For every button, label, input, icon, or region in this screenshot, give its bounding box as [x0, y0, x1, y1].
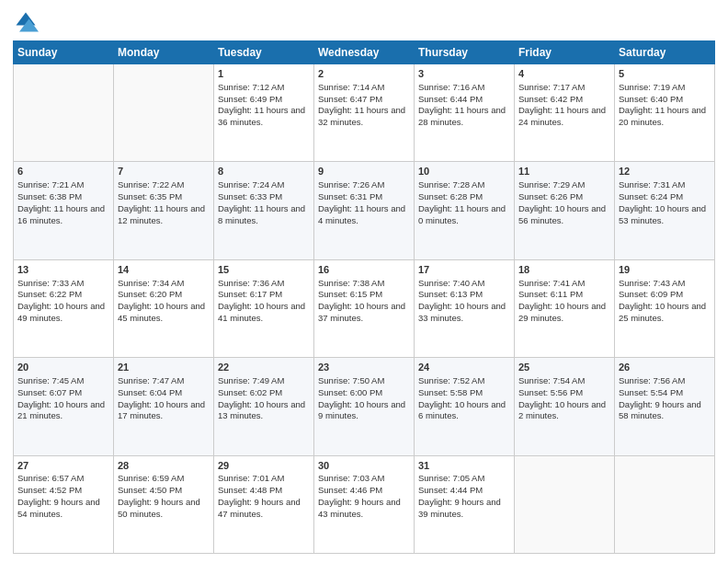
day-number: 16: [318, 263, 410, 277]
day-number: 12: [619, 165, 711, 178]
calendar-cell: 31Sunrise: 7:05 AMSunset: 4:44 PMDayligh…: [415, 455, 515, 553]
sunrise-text: Sunrise: 7:49 AM: [218, 375, 284, 385]
daylight-text: Daylight: 11 hours and 32 minutes.: [318, 105, 405, 127]
calendar-header-friday: Friday: [515, 41, 615, 64]
sunset-text: Sunset: 6:49 PM: [218, 94, 282, 104]
sunrise-text: Sunrise: 7:33 AM: [17, 278, 84, 288]
sunrise-text: Sunrise: 7:17 AM: [518, 82, 585, 92]
sunrise-text: Sunrise: 7:52 AM: [418, 375, 484, 385]
daylight-text: Daylight: 11 hours and 4 minutes.: [318, 203, 405, 225]
day-number: 8: [218, 165, 310, 178]
sunset-text: Sunset: 5:58 PM: [418, 387, 483, 397]
daylight-text: Daylight: 9 hours and 54 minutes.: [17, 497, 100, 519]
calendar-week-row: 20Sunrise: 7:45 AMSunset: 6:07 PMDayligh…: [14, 358, 715, 455]
sunrise-text: Sunrise: 7:24 AM: [218, 179, 284, 190]
day-number: 28: [118, 459, 210, 473]
day-number: 24: [418, 361, 510, 374]
day-number: 18: [518, 263, 610, 277]
sunrise-text: Sunrise: 7:05 AM: [418, 473, 484, 483]
sunset-text: Sunset: 5:54 PM: [619, 387, 683, 397]
daylight-text: Daylight: 9 hours and 50 minutes.: [118, 497, 200, 519]
calendar-cell: 29Sunrise: 7:01 AMSunset: 4:48 PMDayligh…: [214, 455, 314, 553]
daylight-text: Daylight: 11 hours and 28 minutes.: [418, 105, 506, 127]
calendar-cell: 14Sunrise: 7:34 AMSunset: 6:20 PMDayligh…: [114, 259, 214, 357]
calendar-header-row: SundayMondayTuesdayWednesdayThursdayFrid…: [14, 41, 715, 64]
day-number: 26: [619, 361, 711, 374]
sunset-text: Sunset: 6:35 PM: [118, 191, 182, 201]
calendar-cell: [14, 64, 114, 162]
day-number: 19: [619, 263, 711, 277]
header: [13, 9, 715, 35]
calendar-cell: 28Sunrise: 6:59 AMSunset: 4:50 PMDayligh…: [114, 455, 214, 553]
daylight-text: Daylight: 10 hours and 45 minutes.: [118, 301, 205, 323]
calendar-cell: 26Sunrise: 7:56 AMSunset: 5:54 PMDayligh…: [615, 358, 715, 455]
sunset-text: Sunset: 6:24 PM: [619, 191, 683, 201]
day-number: 22: [218, 361, 310, 374]
calendar-week-row: 27Sunrise: 6:57 AMSunset: 4:52 PMDayligh…: [14, 455, 715, 553]
calendar-week-row: 1Sunrise: 7:12 AMSunset: 6:49 PMDaylight…: [14, 64, 715, 162]
day-number: 5: [619, 67, 711, 81]
calendar-cell: 24Sunrise: 7:52 AMSunset: 5:58 PMDayligh…: [415, 358, 515, 455]
daylight-text: Daylight: 10 hours and 17 minutes.: [118, 399, 205, 421]
sunset-text: Sunset: 6:11 PM: [518, 289, 583, 299]
sunset-text: Sunset: 6:07 PM: [17, 387, 82, 397]
day-number: 14: [118, 263, 210, 277]
calendar-header-monday: Monday: [114, 41, 214, 64]
day-number: 11: [518, 165, 610, 178]
sunrise-text: Sunrise: 7:14 AM: [318, 82, 384, 92]
sunset-text: Sunset: 6:17 PM: [218, 289, 282, 299]
sunrise-text: Sunrise: 7:26 AM: [318, 179, 384, 190]
calendar-table: SundayMondayTuesdayWednesdayThursdayFrid…: [13, 40, 715, 554]
day-number: 6: [17, 165, 109, 178]
sunrise-text: Sunrise: 7:21 AM: [17, 179, 84, 190]
calendar-cell: 12Sunrise: 7:31 AMSunset: 6:24 PMDayligh…: [615, 162, 715, 259]
sunrise-text: Sunrise: 7:38 AM: [318, 278, 384, 288]
sunset-text: Sunset: 6:20 PM: [118, 289, 182, 299]
daylight-text: Daylight: 10 hours and 9 minutes.: [318, 399, 405, 421]
day-number: 3: [418, 67, 510, 81]
day-number: 29: [218, 459, 310, 473]
sunset-text: Sunset: 6:04 PM: [118, 387, 182, 397]
day-number: 31: [418, 459, 510, 473]
sunrise-text: Sunrise: 7:40 AM: [418, 278, 484, 288]
calendar-header-sunday: Sunday: [14, 41, 114, 64]
sunrise-text: Sunrise: 7:31 AM: [619, 179, 685, 190]
daylight-text: Daylight: 10 hours and 56 minutes.: [518, 203, 606, 225]
sunset-text: Sunset: 4:48 PM: [218, 485, 282, 495]
daylight-text: Daylight: 10 hours and 41 minutes.: [218, 301, 305, 323]
sunset-text: Sunset: 6:47 PM: [318, 94, 382, 104]
calendar-week-row: 13Sunrise: 7:33 AMSunset: 6:22 PMDayligh…: [14, 259, 715, 357]
calendar-cell: 1Sunrise: 7:12 AMSunset: 6:49 PMDaylight…: [214, 64, 314, 162]
calendar-cell: 20Sunrise: 7:45 AMSunset: 6:07 PMDayligh…: [14, 358, 114, 455]
sunset-text: Sunset: 6:26 PM: [518, 191, 583, 201]
calendar-cell: 16Sunrise: 7:38 AMSunset: 6:15 PMDayligh…: [314, 259, 415, 357]
daylight-text: Daylight: 10 hours and 37 minutes.: [318, 301, 405, 323]
sunset-text: Sunset: 6:15 PM: [318, 289, 382, 299]
sunrise-text: Sunrise: 7:56 AM: [619, 375, 685, 385]
daylight-text: Daylight: 10 hours and 6 minutes.: [418, 399, 506, 421]
daylight-text: Daylight: 11 hours and 16 minutes.: [17, 203, 105, 225]
day-number: 15: [218, 263, 310, 277]
daylight-text: Daylight: 10 hours and 29 minutes.: [518, 301, 606, 323]
daylight-text: Daylight: 9 hours and 39 minutes.: [418, 497, 501, 519]
daylight-text: Daylight: 9 hours and 47 minutes.: [218, 497, 301, 519]
calendar-cell: 2Sunrise: 7:14 AMSunset: 6:47 PMDaylight…: [314, 64, 415, 162]
sunrise-text: Sunrise: 7:03 AM: [318, 473, 384, 483]
day-number: 4: [518, 67, 610, 81]
calendar-cell: 23Sunrise: 7:50 AMSunset: 6:00 PMDayligh…: [314, 358, 415, 455]
sunset-text: Sunset: 6:13 PM: [418, 289, 483, 299]
calendar-cell: [615, 455, 715, 553]
sunrise-text: Sunrise: 7:43 AM: [619, 278, 685, 288]
sunset-text: Sunset: 6:09 PM: [619, 289, 683, 299]
calendar-cell: 11Sunrise: 7:29 AMSunset: 6:26 PMDayligh…: [515, 162, 615, 259]
sunrise-text: Sunrise: 7:45 AM: [17, 375, 84, 385]
daylight-text: Daylight: 9 hours and 58 minutes.: [619, 399, 701, 421]
sunset-text: Sunset: 6:31 PM: [318, 191, 382, 201]
daylight-text: Daylight: 11 hours and 24 minutes.: [518, 105, 606, 127]
sunrise-text: Sunrise: 7:28 AM: [418, 179, 484, 190]
calendar-cell: 18Sunrise: 7:41 AMSunset: 6:11 PMDayligh…: [515, 259, 615, 357]
daylight-text: Daylight: 11 hours and 36 minutes.: [218, 105, 305, 127]
sunset-text: Sunset: 6:33 PM: [218, 191, 282, 201]
day-number: 17: [418, 263, 510, 277]
daylight-text: Daylight: 10 hours and 2 minutes.: [518, 399, 606, 421]
